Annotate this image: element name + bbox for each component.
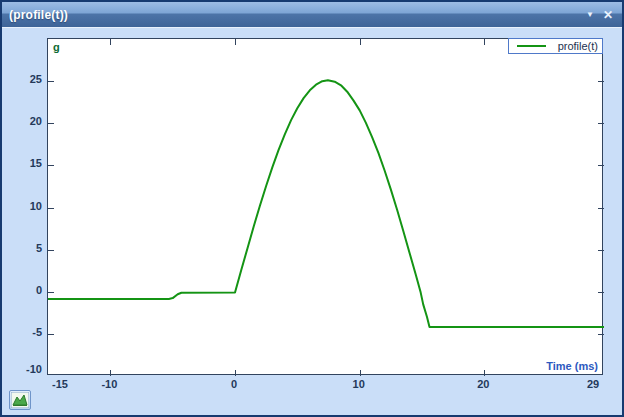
x-tick-label: -10 bbox=[101, 378, 117, 390]
window-title: (profile(t)) bbox=[2, 8, 68, 22]
window-titlebar[interactable]: (profile(t)) ▼ ✕ bbox=[2, 2, 622, 28]
y-tick-label: -10 bbox=[4, 363, 42, 375]
y-axis-unit-label: g bbox=[53, 41, 60, 53]
x-tick-label: 10 bbox=[353, 378, 365, 390]
x-tick-label: -15 bbox=[52, 378, 68, 390]
chart-thumbnail-icon[interactable] bbox=[9, 390, 31, 410]
plot-content: g Time (ms) profile(t) -10-50510152025 -… bbox=[2, 28, 622, 415]
plot-window: (profile(t)) ▼ ✕ g Time (ms) profile(t) … bbox=[0, 0, 624, 417]
y-tick-label: 10 bbox=[4, 200, 42, 212]
legend: profile(t) bbox=[508, 38, 603, 54]
y-tick-label: 20 bbox=[4, 115, 42, 127]
chart-canvas bbox=[48, 39, 604, 376]
profile-curve bbox=[48, 80, 604, 327]
dock-menu-chevron-icon[interactable]: ▼ bbox=[586, 11, 594, 19]
titlebar-controls: ▼ ✕ bbox=[586, 9, 622, 21]
x-tick-label: 0 bbox=[231, 378, 237, 390]
x-tick-label: 20 bbox=[477, 378, 489, 390]
legend-label: profile(t) bbox=[558, 40, 602, 52]
legend-line-sample bbox=[517, 45, 546, 47]
y-tick-label: 5 bbox=[4, 242, 42, 254]
y-tick-label: 15 bbox=[4, 157, 42, 169]
y-tick-label: -5 bbox=[4, 326, 42, 338]
x-axis-label: Time (ms) bbox=[546, 360, 598, 372]
chart-thumbnail-glyph bbox=[11, 392, 29, 408]
close-icon[interactable]: ✕ bbox=[603, 9, 613, 21]
plot-area[interactable]: g Time (ms) profile(t) bbox=[47, 38, 603, 375]
x-tick-label: 29 bbox=[587, 378, 599, 390]
y-tick-label: 0 bbox=[4, 284, 42, 296]
y-tick-label: 25 bbox=[4, 73, 42, 85]
